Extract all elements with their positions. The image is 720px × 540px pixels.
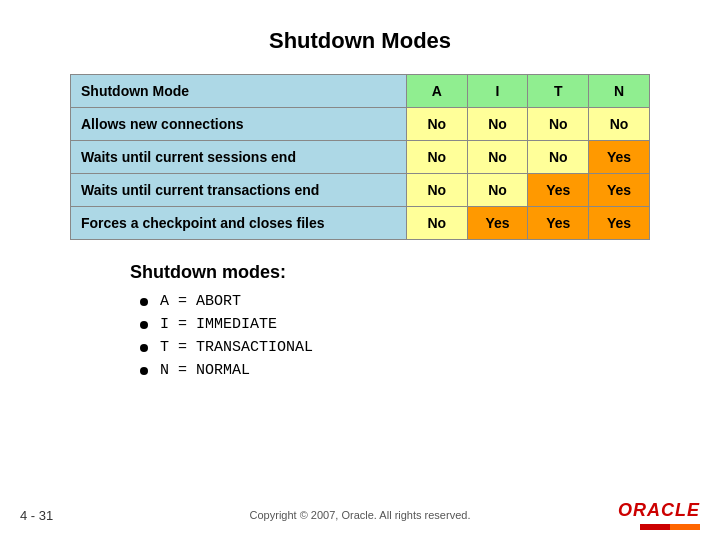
legend-item-text: T = TRANSACTIONAL — [160, 339, 313, 356]
col-header-i: I — [467, 75, 528, 108]
table-row: Waits until current transactions endNoNo… — [71, 174, 650, 207]
footer: 4 - 31 Copyright © 2007, Oracle. All rig… — [0, 500, 720, 530]
cell-n-row-0: No — [589, 108, 650, 141]
cell-t-row-1: No — [528, 141, 589, 174]
row-label: Waits until current sessions end — [71, 141, 407, 174]
col-header-n: N — [589, 75, 650, 108]
cell-t-row-3: Yes — [528, 207, 589, 240]
slide-number: 4 - 31 — [20, 508, 53, 523]
legend-item: I = IMMEDIATE — [140, 316, 650, 333]
row-label: Waits until current transactions end — [71, 174, 407, 207]
cell-n-row-2: Yes — [589, 174, 650, 207]
oracle-stripe-decoration — [640, 524, 700, 530]
cell-a-row-2: No — [406, 174, 467, 207]
row-label: Allows new connections — [71, 108, 407, 141]
col-header-label: Shutdown Mode — [71, 75, 407, 108]
oracle-logo: ORACLE — [618, 500, 700, 530]
bullet-icon — [140, 344, 148, 352]
legend-item: A = ABORT — [140, 293, 650, 310]
copyright: Copyright © 2007, Oracle. All rights res… — [250, 509, 471, 521]
legend-title: Shutdown modes: — [130, 262, 650, 283]
cell-n-row-1: Yes — [589, 141, 650, 174]
cell-a-row-1: No — [406, 141, 467, 174]
table-row: Waits until current sessions endNoNoNoYe… — [71, 141, 650, 174]
bullet-icon — [140, 298, 148, 306]
legend-item-text: N = NORMAL — [160, 362, 250, 379]
cell-n-row-3: Yes — [589, 207, 650, 240]
cell-a-row-3: No — [406, 207, 467, 240]
legend-item-text: I = IMMEDIATE — [160, 316, 277, 333]
legend-item: T = TRANSACTIONAL — [140, 339, 650, 356]
legend-list: A = ABORTI = IMMEDIATET = TRANSACTIONALN… — [130, 293, 650, 379]
legend-section: Shutdown modes: A = ABORTI = IMMEDIATET … — [70, 262, 650, 379]
page-title: Shutdown Modes — [0, 0, 720, 74]
row-label: Forces a checkpoint and closes files — [71, 207, 407, 240]
shutdown-modes-table: Shutdown Mode A I T N Allows new connect… — [70, 74, 650, 240]
col-header-a: A — [406, 75, 467, 108]
cell-t-row-2: Yes — [528, 174, 589, 207]
cell-t-row-0: No — [528, 108, 589, 141]
cell-a-row-0: No — [406, 108, 467, 141]
cell-i-row-0: No — [467, 108, 528, 141]
bullet-icon — [140, 321, 148, 329]
cell-i-row-1: No — [467, 141, 528, 174]
table-row: Allows new connectionsNoNoNoNo — [71, 108, 650, 141]
table-row: Forces a checkpoint and closes filesNoYe… — [71, 207, 650, 240]
bullet-icon — [140, 367, 148, 375]
legend-item-text: A = ABORT — [160, 293, 241, 310]
col-header-t: T — [528, 75, 589, 108]
oracle-brand-text: ORACLE — [618, 500, 700, 521]
cell-i-row-3: Yes — [467, 207, 528, 240]
legend-item: N = NORMAL — [140, 362, 650, 379]
cell-i-row-2: No — [467, 174, 528, 207]
